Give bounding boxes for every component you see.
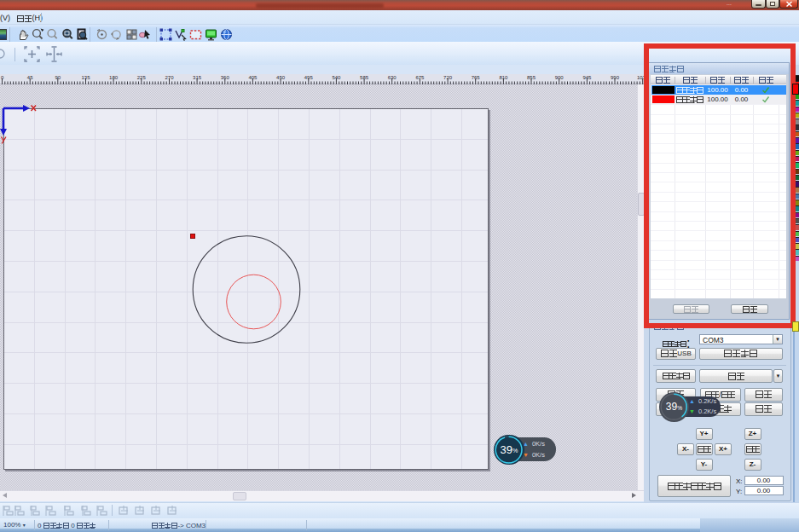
svg-text:765: 765 (472, 75, 481, 80)
svg-text:270: 270 (165, 75, 174, 80)
svg-text:675: 675 (415, 75, 425, 80)
svg-text:585: 585 (360, 75, 369, 80)
svg-text:450: 450 (276, 75, 286, 80)
svg-text:225: 225 (137, 75, 147, 80)
svg-text:135: 135 (81, 75, 90, 80)
svg-text:315: 315 (193, 75, 202, 80)
svg-text:630: 630 (388, 75, 397, 80)
svg-text:720: 720 (443, 75, 453, 80)
svg-text:360: 360 (221, 75, 230, 80)
svg-text:990: 990 (611, 75, 620, 80)
svg-text:1035: 1035 (637, 75, 644, 80)
svg-text:540: 540 (332, 75, 341, 80)
svg-text:945: 945 (582, 75, 592, 80)
svg-text:90: 90 (55, 75, 61, 80)
svg-text:45: 45 (27, 75, 33, 80)
svg-text:495: 495 (304, 75, 314, 80)
svg-text:405: 405 (248, 75, 258, 80)
svg-text:900: 900 (555, 75, 565, 80)
svg-text:180: 180 (109, 75, 119, 80)
svg-text:855: 855 (527, 75, 536, 80)
svg-text:810: 810 (499, 75, 508, 80)
